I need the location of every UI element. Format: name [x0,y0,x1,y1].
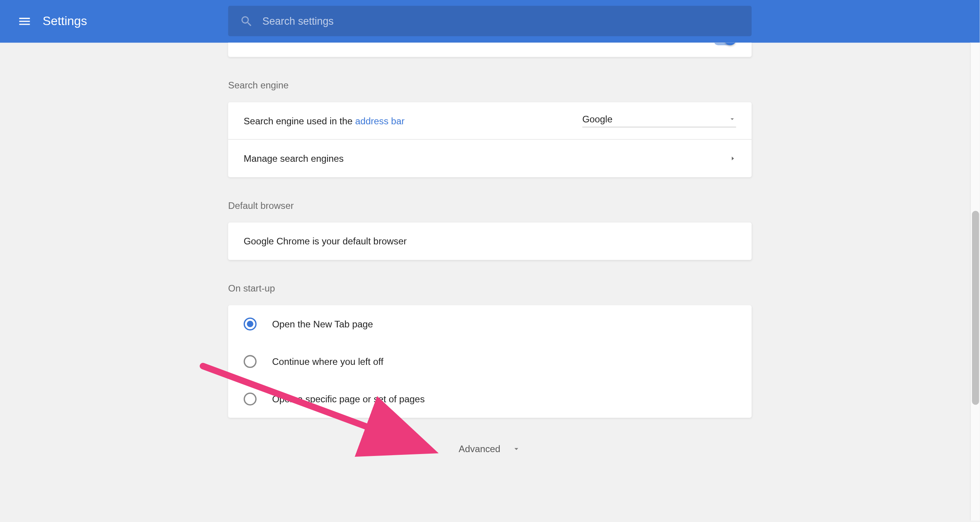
search-icon [240,14,253,28]
section-heading-default-browser: Default browser [228,200,752,211]
default-browser-card: Google Chrome is your default browser [228,222,752,260]
radio-button[interactable] [243,355,257,368]
address-bar-link[interactable]: address bar [355,115,404,126]
search-engine-label: Search engine used in the address bar [243,115,404,126]
advanced-toggle[interactable]: Advanced [228,431,752,480]
startup-option-new-tab[interactable]: Open the New Tab page [228,305,752,343]
radio-label: Open a specific page or set of pages [272,394,425,404]
chevron-right-icon [730,153,736,164]
radio-button[interactable] [243,317,257,330]
page-title: Settings [43,14,87,29]
search-engine-row: Search engine used in the address bar Go… [228,102,752,140]
radio-button[interactable] [243,393,257,406]
previous-section-card-peek [228,43,752,57]
radio-label: Open the New Tab page [272,319,373,329]
chevron-down-icon [512,444,521,453]
search-settings-container[interactable] [228,6,752,36]
manage-search-engines-label: Manage search engines [243,153,343,164]
search-engine-card: Search engine used in the address bar Go… [228,102,752,177]
default-browser-row: Google Chrome is your default browser [228,222,752,260]
section-heading-search-engine: Search engine [228,80,752,91]
advanced-label: Advanced [459,444,500,454]
header-bar: Settings [0,0,980,43]
on-startup-card: Open the New Tab page Continue where you… [228,305,752,418]
dropdown-selected-value: Google [582,114,612,124]
radio-label: Continue where you left off [272,356,383,367]
hamburger-icon [17,14,32,29]
manage-search-engines-row[interactable]: Manage search engines [228,140,752,177]
scrollbar-thumb[interactable] [972,211,979,405]
settings-content: Search engine Search engine used in the … [228,43,752,480]
default-browser-message: Google Chrome is your default browser [243,236,407,246]
dropdown-arrow-icon [728,115,736,123]
startup-option-continue[interactable]: Continue where you left off [228,343,752,380]
menu-button[interactable] [12,8,37,34]
scrollbar-track[interactable] [970,43,980,521]
search-engine-dropdown[interactable]: Google [582,114,736,127]
startup-option-specific-page[interactable]: Open a specific page or set of pages [228,380,752,418]
search-engine-prefix: Search engine used in the [243,115,355,126]
search-settings-input[interactable] [262,15,740,27]
section-heading-on-startup: On start-up [228,283,752,294]
